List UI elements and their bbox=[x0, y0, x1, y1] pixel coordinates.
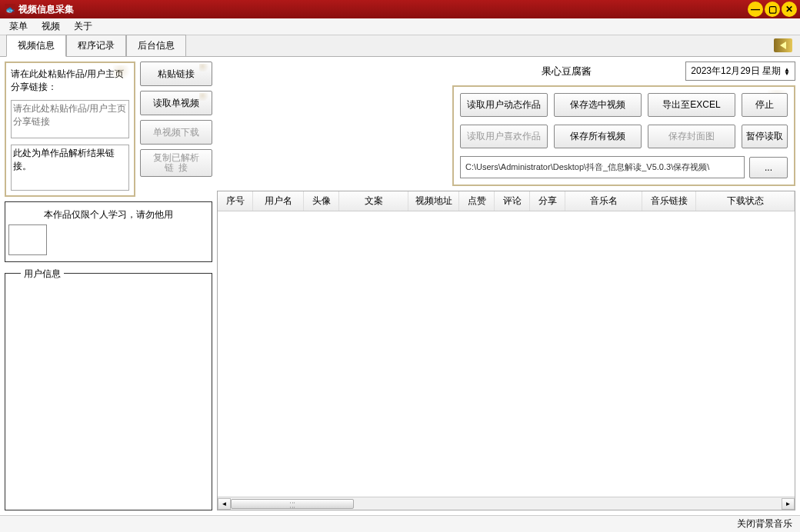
tab-row: 视频信息 程序记录 后台信息 bbox=[0, 35, 800, 57]
left-column: 请在此处粘贴作品/用户主页分享链接： 粘贴链接 读取单视频 单视频下载 复制已解… bbox=[5, 62, 212, 510]
read-liked-button[interactable]: 读取用户喜欢作品 bbox=[460, 125, 548, 148]
col-music-url[interactable]: 音乐链接 bbox=[642, 191, 696, 211]
stop-button[interactable]: 停止 bbox=[742, 93, 788, 117]
action-box: 读取用户动态作品 保存选中视频 导出至EXCEL 停止 读取用户喜欢作品 保存所… bbox=[452, 85, 795, 186]
action-row-1: 读取用户动态作品 保存选中视频 导出至EXCEL 停止 bbox=[460, 93, 788, 117]
paste-link-button[interactable]: 粘贴链接 bbox=[140, 62, 212, 86]
col-avatar[interactable]: 头像 bbox=[304, 191, 339, 211]
save-selected-button[interactable]: 保存选中视频 bbox=[554, 93, 642, 117]
titlebar[interactable]: 🐟 视频信息采集 — ▢ ✕ bbox=[0, 0, 800, 18]
col-music-name[interactable]: 音乐名 bbox=[565, 191, 642, 211]
table-header: 序号 用户名 头像 文案 视频地址 点赞 评论 分享 音乐名 音乐链接 下载状态 bbox=[218, 191, 795, 211]
scroll-track[interactable] bbox=[231, 498, 782, 510]
tab-video-info[interactable]: 视频信息 bbox=[6, 35, 66, 57]
scroll-left-icon[interactable]: ◄ bbox=[218, 498, 231, 510]
status-bar: 关闭背景音乐 bbox=[0, 515, 800, 532]
date-picker[interactable]: 2023年12月29日 星期 ▲▼ bbox=[685, 62, 795, 81]
scroll-thumb[interactable] bbox=[231, 499, 354, 509]
app-icon: 🐟 bbox=[5, 4, 15, 15]
input-section: 请在此处粘贴作品/用户主页分享链接： 粘贴链接 读取单视频 单视频下载 复制已解… bbox=[5, 62, 212, 197]
table-body[interactable] bbox=[218, 211, 795, 497]
col-share[interactable]: 分享 bbox=[530, 191, 565, 211]
paste-label: 请在此处粘贴作品/用户主页分享链接： bbox=[11, 68, 129, 94]
content-area: 请在此处粘贴作品/用户主页分享链接： 粘贴链接 读取单视频 单视频下载 复制已解… bbox=[0, 57, 800, 515]
notice-box: 本作品仅限个人学习，请勿他用 bbox=[5, 201, 212, 262]
pause-button[interactable]: 暂停读取 bbox=[742, 125, 788, 148]
col-text[interactable]: 文案 bbox=[339, 191, 408, 211]
scroll-right-icon[interactable]: ► bbox=[782, 498, 795, 510]
tab-background-info[interactable]: 后台信息 bbox=[126, 35, 186, 56]
parse-result-input[interactable] bbox=[11, 145, 129, 191]
col-comment[interactable]: 评论 bbox=[495, 191, 530, 211]
copy-parsed-button[interactable]: 复制已解析链 接 bbox=[140, 149, 212, 177]
notice-text: 本作品仅限个人学习，请勿他用 bbox=[8, 208, 208, 221]
date-spinner-icon[interactable]: ▲▼ bbox=[784, 68, 790, 75]
top-row: 果心豆腐酱 2023年12月29日 星期 ▲▼ bbox=[217, 62, 795, 81]
menubar: 菜单 视频 关于 bbox=[0, 18, 800, 35]
close-button[interactable]: ✕ bbox=[782, 2, 797, 17]
user-info-legend: 用户信息 bbox=[21, 268, 64, 281]
close-bg-music-link[interactable]: 关闭背景音乐 bbox=[737, 517, 792, 530]
menu-video[interactable]: 视频 bbox=[35, 18, 66, 35]
col-like[interactable]: 点赞 bbox=[459, 191, 495, 211]
save-all-button[interactable]: 保存所有视频 bbox=[554, 125, 642, 148]
paste-link-input[interactable] bbox=[11, 100, 129, 138]
read-dynamic-button[interactable]: 读取用户动态作品 bbox=[460, 93, 548, 117]
window-controls: — ▢ ✕ bbox=[748, 2, 797, 17]
path-row: C:\Users\Administrator\Desktop\抖音_信息解读_V… bbox=[460, 156, 788, 178]
browse-button[interactable]: ... bbox=[749, 157, 788, 178]
minimize-button[interactable]: — bbox=[748, 2, 763, 17]
maximize-button[interactable]: ▢ bbox=[765, 2, 780, 17]
col-download-status[interactable]: 下载状态 bbox=[696, 191, 795, 211]
read-single-button[interactable]: 读取单视频 bbox=[140, 91, 212, 115]
save-path-display: C:\Users\Administrator\Desktop\抖音_信息解读_V… bbox=[460, 156, 745, 178]
col-index[interactable]: 序号 bbox=[218, 191, 253, 211]
col-video-url[interactable]: 视频地址 bbox=[408, 191, 459, 211]
speaker-icon[interactable] bbox=[774, 38, 792, 52]
inputs-area: 请在此处粘贴作品/用户主页分享链接： bbox=[5, 62, 135, 197]
menu-about[interactable]: 关于 bbox=[68, 18, 98, 35]
action-row-2: 读取用户喜欢作品 保存所有视频 保存封面图 暂停读取 bbox=[460, 125, 788, 148]
tab-program-log[interactable]: 程序记录 bbox=[66, 35, 126, 56]
col-user[interactable]: 用户名 bbox=[253, 191, 304, 211]
export-excel-button[interactable]: 导出至EXCEL bbox=[648, 93, 735, 117]
horizontal-scrollbar[interactable]: ◄ ► bbox=[218, 497, 795, 510]
date-value: 2023年12月29日 星期 bbox=[691, 65, 781, 78]
notice-thumb bbox=[8, 224, 47, 255]
save-cover-button[interactable]: 保存封面图 bbox=[648, 125, 735, 148]
user-info-box: 用户信息 bbox=[5, 273, 212, 510]
side-buttons: 粘贴链接 读取单视频 单视频下载 复制已解析链 接 bbox=[140, 62, 212, 197]
menu-main[interactable]: 菜单 bbox=[3, 18, 34, 35]
right-column: 果心豆腐酱 2023年12月29日 星期 ▲▼ 读取用户动态作品 保存选中视频 … bbox=[217, 62, 795, 510]
window-title: 视频信息采集 bbox=[18, 3, 74, 16]
result-table: 序号 用户名 头像 文案 视频地址 点赞 评论 分享 音乐名 音乐链接 下载状态… bbox=[217, 191, 795, 510]
single-download-button[interactable]: 单视频下载 bbox=[140, 120, 212, 145]
username-label: 果心豆腐酱 bbox=[448, 65, 685, 78]
